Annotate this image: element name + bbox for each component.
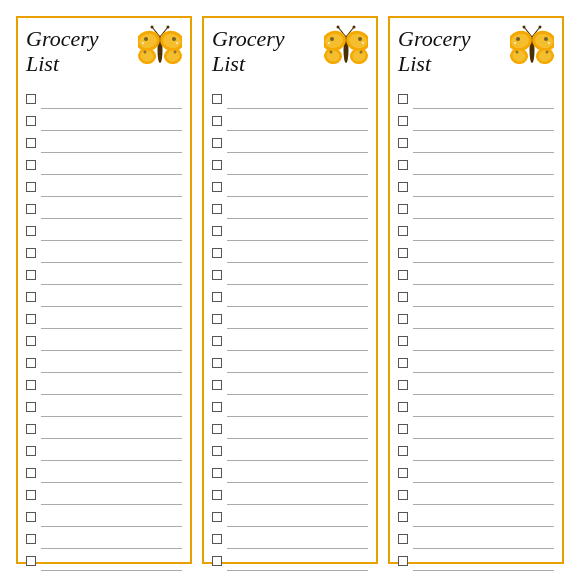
checkbox[interactable] <box>26 512 36 522</box>
grocery-list-card-3: GroceryList <box>388 16 564 564</box>
checkbox[interactable] <box>26 182 36 192</box>
checkbox[interactable] <box>26 358 36 368</box>
checkbox[interactable] <box>212 116 222 126</box>
item-line <box>41 527 182 549</box>
checkbox[interactable] <box>398 556 408 566</box>
checkbox[interactable] <box>398 116 408 126</box>
checkbox[interactable] <box>212 248 222 258</box>
checkbox[interactable] <box>212 314 222 324</box>
item-line <box>413 197 554 219</box>
item-line <box>413 527 554 549</box>
list-item <box>26 396 182 418</box>
checkbox[interactable] <box>398 248 408 258</box>
checkbox[interactable] <box>398 380 408 390</box>
checkbox[interactable] <box>212 336 222 346</box>
item-line <box>41 439 182 461</box>
checkbox[interactable] <box>212 204 222 214</box>
checkbox[interactable] <box>26 446 36 456</box>
checkbox[interactable] <box>26 490 36 500</box>
list-item <box>398 440 554 462</box>
item-line <box>41 219 182 241</box>
checkbox[interactable] <box>26 204 36 214</box>
checkbox[interactable] <box>26 336 36 346</box>
checkbox[interactable] <box>398 182 408 192</box>
list-item <box>398 176 554 198</box>
checkbox[interactable] <box>212 402 222 412</box>
checkbox[interactable] <box>212 556 222 566</box>
checkbox[interactable] <box>398 468 408 478</box>
checkbox[interactable] <box>398 358 408 368</box>
checkbox[interactable] <box>398 490 408 500</box>
checkbox[interactable] <box>398 446 408 456</box>
list-item <box>398 528 554 550</box>
item-line <box>227 549 368 571</box>
checkbox[interactable] <box>398 336 408 346</box>
item-line <box>227 131 368 153</box>
list-item <box>398 308 554 330</box>
checkbox[interactable] <box>212 94 222 104</box>
checkbox[interactable] <box>26 270 36 280</box>
checkbox[interactable] <box>212 380 222 390</box>
svg-point-14 <box>172 37 176 41</box>
checkbox[interactable] <box>212 534 222 544</box>
checkbox[interactable] <box>398 314 408 324</box>
checkbox[interactable] <box>26 226 36 236</box>
checkbox[interactable] <box>26 402 36 412</box>
item-line <box>227 285 368 307</box>
item-line <box>227 175 368 197</box>
item-line <box>413 373 554 395</box>
checkbox[interactable] <box>26 116 36 126</box>
checkbox[interactable] <box>212 270 222 280</box>
checkbox[interactable] <box>398 226 408 236</box>
checkbox[interactable] <box>212 468 222 478</box>
checkbox[interactable] <box>26 380 36 390</box>
checkbox[interactable] <box>26 94 36 104</box>
list-item <box>26 220 182 242</box>
checkbox[interactable] <box>26 556 36 566</box>
checkbox[interactable] <box>212 160 222 170</box>
checkbox[interactable] <box>26 160 36 170</box>
checkbox[interactable] <box>212 446 222 456</box>
checkbox[interactable] <box>212 292 222 302</box>
checkbox[interactable] <box>212 138 222 148</box>
item-line <box>227 87 368 109</box>
list-item <box>212 330 368 352</box>
butterfly-icon <box>138 22 182 74</box>
checkbox[interactable] <box>212 358 222 368</box>
checkbox[interactable] <box>398 270 408 280</box>
list-item <box>212 88 368 110</box>
checkbox[interactable] <box>212 182 222 192</box>
checkbox[interactable] <box>212 424 222 434</box>
item-line <box>227 505 368 527</box>
checkbox[interactable] <box>398 424 408 434</box>
checkbox[interactable] <box>26 248 36 258</box>
checkbox[interactable] <box>398 512 408 522</box>
item-line <box>413 241 554 263</box>
item-line <box>413 87 554 109</box>
item-line <box>41 109 182 131</box>
item-line <box>413 153 554 175</box>
checkbox[interactable] <box>398 204 408 214</box>
checkbox[interactable] <box>26 534 36 544</box>
checkbox[interactable] <box>398 160 408 170</box>
list-item <box>398 550 554 572</box>
checkbox[interactable] <box>26 138 36 148</box>
checkbox[interactable] <box>398 534 408 544</box>
svg-point-52 <box>544 37 548 41</box>
checkbox[interactable] <box>398 94 408 104</box>
checkbox[interactable] <box>26 292 36 302</box>
list-item <box>398 374 554 396</box>
checkbox[interactable] <box>26 314 36 324</box>
list-item <box>212 550 368 572</box>
svg-point-4 <box>167 26 170 29</box>
checkbox[interactable] <box>26 424 36 434</box>
list-item <box>212 528 368 550</box>
checkbox[interactable] <box>398 402 408 412</box>
checkbox[interactable] <box>26 468 36 478</box>
checkbox[interactable] <box>398 292 408 302</box>
checkbox[interactable] <box>212 226 222 236</box>
checkbox[interactable] <box>212 490 222 500</box>
items-list <box>398 88 554 572</box>
checkbox[interactable] <box>212 512 222 522</box>
checkbox[interactable] <box>398 138 408 148</box>
